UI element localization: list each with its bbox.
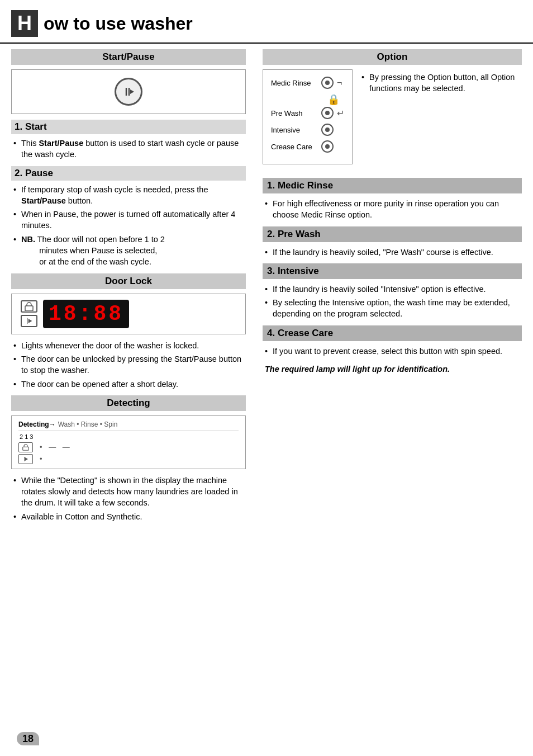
lock-icons <box>21 300 37 327</box>
pause-bullet-2: When in Pause, the power is turned off a… <box>13 209 246 231</box>
doorlock-display-box: 18:88 <box>11 294 246 334</box>
det-counter: 2 1 3 <box>20 433 33 440</box>
doorlock-bullet-3: The door can be opened after a short del… <box>13 379 246 390</box>
intensive-bullet-2: By selecting the Intensive option, the w… <box>265 297 522 320</box>
detecting-steps: Wash • Rinse • Spin <box>58 420 118 428</box>
svg-rect-6 <box>23 447 29 450</box>
option-dot-crease <box>325 144 330 149</box>
option-dot-medic <box>325 81 330 85</box>
start-bullets: This Start/Pause button is used to start… <box>11 138 246 160</box>
option-desc-list: By pressing the Option button, all Optio… <box>359 72 522 94</box>
svg-marker-5 <box>28 319 32 323</box>
det-dash-top: • — — <box>40 443 72 451</box>
lock-symbol-row: 🔒 <box>271 93 340 106</box>
medic-rinse-bullet-1: For high effectiveness or more purity in… <box>265 198 522 221</box>
det-dash-bot: • <box>40 455 72 463</box>
intensive-bar: 3. Intensive <box>263 263 522 279</box>
option-row-intensive: Intensive <box>271 124 344 136</box>
option-btn-prewash <box>321 107 334 119</box>
prewash-bullets: If the laundry is heavily soiled, "Pre W… <box>263 247 522 258</box>
page-number-area: 18 <box>17 733 39 745</box>
medic-rinse-bullets: For high effectiveness or more purity in… <box>263 198 522 221</box>
crease-care-bar: 4. Crease Care <box>263 325 522 341</box>
doorlock-bullet-1: Lights whenever the door of the washer i… <box>13 340 246 351</box>
option-row-prewash: Pre Wash ↵ <box>271 107 344 119</box>
doorlock-bullets: Lights whenever the door of the washer i… <box>11 340 246 390</box>
option-sym-prewash: ↵ <box>337 108 344 119</box>
play-pause-svg <box>122 85 135 98</box>
option-desc-bullet: By pressing the Option button, all Optio… <box>361 72 522 94</box>
lock-svg <box>24 302 34 311</box>
option-btn-intensive <box>321 124 334 136</box>
det-play-icon <box>18 454 33 464</box>
pause-bullets: If temporary stop of wash cycle is neede… <box>11 184 246 268</box>
detecting-bullets: While the "Detecting" is shown in the di… <box>11 475 246 522</box>
right-column: Option Medic Rinse ¬ 🔒 Pre Wash <box>257 49 522 528</box>
prewash-bullet-1: If the laundry is heavily soiled, "Pre W… <box>265 247 522 258</box>
option-label-crease: Crease Care <box>271 143 321 151</box>
svg-marker-2 <box>130 89 134 94</box>
detecting-bar: Detecting <box>11 395 246 411</box>
header-letter: H <box>17 12 32 35</box>
pause-bullet-1: If temporary stop of wash cycle is neede… <box>13 184 246 207</box>
prewash-bar: 2. Pre Wash <box>263 226 522 242</box>
play-pause-icon <box>115 78 142 106</box>
pause-subtitle: 2. Pause <box>11 166 246 181</box>
detecting-icons-row: • — — • <box>18 442 239 464</box>
svg-marker-7 <box>24 457 25 461</box>
startpause-icon-box <box>11 69 246 114</box>
option-bar: Option <box>263 49 522 65</box>
lock-icon-bottom <box>21 315 37 327</box>
lock-unicode: 🔒 <box>327 93 340 106</box>
svg-rect-3 <box>25 306 33 311</box>
option-label-intensive: Intensive <box>271 126 321 134</box>
option-btn-medic <box>321 77 334 89</box>
detecting-word: Detecting→ <box>18 420 56 428</box>
doorlock-bullet-2: The door can be unlocked by pressing the… <box>13 353 246 376</box>
intensive-bullet-1: If the laundry is heavily soiled "Intens… <box>265 284 522 295</box>
main-content: Start/Pause 1. Start This Start/Pause bu… <box>0 49 533 528</box>
option-buttons-panel: Medic Rinse ¬ 🔒 Pre Wash ↵ <box>263 69 353 164</box>
page-number-badge: 18 <box>17 732 39 745</box>
page-title: ow to use washer <box>44 13 193 34</box>
lock-icon-top <box>21 300 37 313</box>
option-row-crease: Crease Care <box>271 140 344 153</box>
digit-display: 18:88 <box>43 300 129 328</box>
detecting-header-row: Detecting→ Wash • Rinse • Spin <box>18 420 239 431</box>
option-label-medic: Medic Rinse <box>271 79 321 87</box>
crease-care-bullet-1: If you want to prevent crease, select th… <box>265 346 522 357</box>
det-play-svg <box>22 456 30 462</box>
startpause-bar: Start/Pause <box>11 49 246 65</box>
option-dot-prewash <box>325 111 330 115</box>
option-dot-intensive <box>325 127 330 132</box>
svg-marker-4 <box>27 318 27 324</box>
option-row-medic: Medic Rinse ¬ <box>271 77 344 89</box>
option-layout: Medic Rinse ¬ 🔒 Pre Wash ↵ <box>263 69 522 171</box>
detecting-bullet-2: Available in Cotton and Synthetic. <box>13 511 246 522</box>
det-lock-svg <box>22 444 30 451</box>
play-icon <box>24 316 34 325</box>
left-column: Start/Pause 1. Start This Start/Pause bu… <box>11 49 257 528</box>
crease-care-bullets: If you want to prevent crease, select th… <box>263 346 522 357</box>
option-sym-medic: ¬ <box>337 78 342 88</box>
start-bullet-1: This Start/Pause button is used to start… <box>13 138 246 160</box>
option-description: By pressing the Option button, all Optio… <box>359 69 522 171</box>
page-header: H ow to use washer <box>0 0 533 44</box>
detecting-display-box: Detecting→ Wash • Rinse • Spin 2 1 3 <box>11 415 246 469</box>
detecting-bullet-1: While the "Detecting" is shown in the di… <box>13 475 246 509</box>
intensive-bullets: If the laundry is heavily soiled "Intens… <box>263 284 522 320</box>
medic-rinse-bar: 1. Medic Rinse <box>263 178 522 193</box>
doorlock-bar: Door Lock <box>11 273 246 289</box>
svg-marker-8 <box>25 457 28 461</box>
det-lock-icon <box>18 442 33 452</box>
pause-bullet-3: NB. The door will not open before 1 to 2… <box>13 234 246 268</box>
option-btn-crease <box>321 140 334 153</box>
option-label-prewash: Pre Wash <box>271 109 321 117</box>
header-letter-box: H <box>11 10 38 37</box>
start-subtitle: 1. Start <box>11 120 246 134</box>
italic-note: The required lamp will light up for iden… <box>263 365 522 374</box>
